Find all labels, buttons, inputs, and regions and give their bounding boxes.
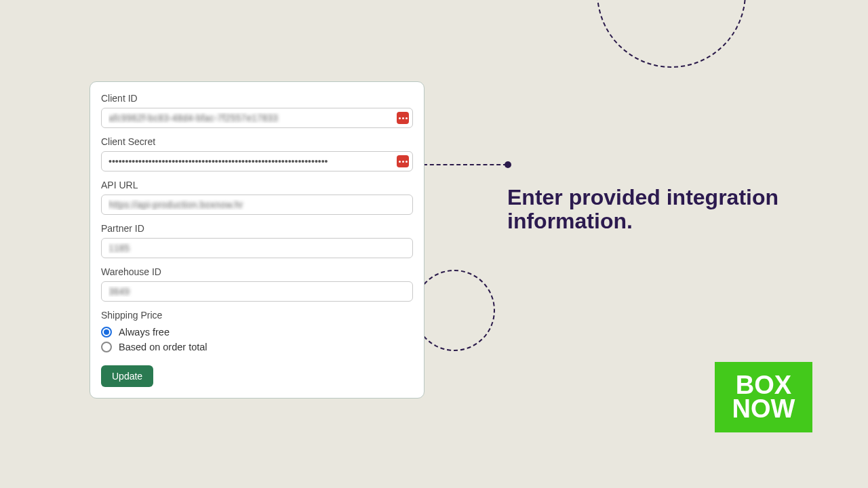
input-wrap-warehouse-id [101, 281, 413, 302]
password-manager-icon[interactable] [397, 112, 409, 124]
decorative-circle-top [597, 0, 746, 68]
field-shipping-price: Shipping Price Always free Based on orde… [101, 310, 413, 354]
api-url-input[interactable] [101, 195, 413, 215]
label-client-id: Client ID [101, 93, 413, 104]
input-wrap-api-url [101, 195, 413, 215]
field-client-secret: Client Secret [101, 136, 413, 171]
field-warehouse-id: Warehouse ID [101, 266, 413, 302]
label-api-url: API URL [101, 180, 413, 190]
radio-label-always-free: Always free [119, 327, 170, 338]
radio-icon [101, 342, 112, 352]
label-partner-id: Partner ID [101, 223, 413, 234]
warehouse-id-input[interactable] [101, 281, 413, 302]
logo-line-2: NOW [732, 397, 795, 421]
client-id-input[interactable] [101, 108, 413, 128]
connector-line [423, 164, 507, 165]
client-secret-input[interactable] [101, 151, 413, 171]
label-shipping-price: Shipping Price [101, 310, 413, 321]
radio-option-always-free[interactable]: Always free [101, 325, 413, 340]
field-partner-id: Partner ID [101, 223, 413, 258]
shipping-price-radio-group: Always free Based on order total [101, 325, 413, 354]
decorative-circle-middle [414, 270, 495, 351]
connector-dot [505, 161, 511, 168]
input-wrap-client-secret [101, 151, 413, 171]
update-button[interactable]: Update [101, 365, 153, 387]
instruction-text: Enter provided integration information. [507, 186, 806, 233]
input-wrap-client-id [101, 108, 413, 128]
field-client-id: Client ID [101, 93, 413, 128]
radio-option-order-total[interactable]: Based on order total [101, 340, 413, 354]
radio-label-order-total: Based on order total [119, 342, 208, 352]
partner-id-input[interactable] [101, 238, 413, 258]
input-wrap-partner-id [101, 238, 413, 258]
boxnow-logo: BOX NOW [715, 362, 812, 432]
radio-icon [101, 327, 112, 338]
label-client-secret: Client Secret [101, 136, 413, 147]
logo-line-1: BOX [736, 373, 791, 397]
label-warehouse-id: Warehouse ID [101, 266, 413, 277]
field-api-url: API URL [101, 180, 413, 215]
integration-settings-card: Client ID Client Secret API URL Partner … [90, 81, 425, 399]
password-manager-icon[interactable] [397, 155, 409, 167]
